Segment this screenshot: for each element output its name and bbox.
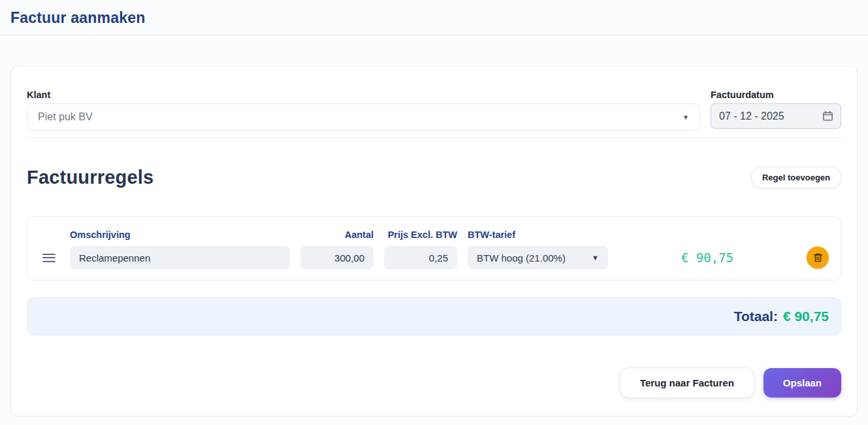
- invoice-date-field-group: Factuurdatum: [711, 90, 841, 129]
- trash-icon: [813, 252, 823, 263]
- page-title: Factuur aanmaken: [10, 9, 858, 27]
- header-divider: [0, 35, 868, 35]
- btw-rate-select[interactable]: BTW hoog (21.00%) ▼: [468, 246, 608, 269]
- drag-handle-icon[interactable]: [42, 254, 56, 262]
- invoice-date-input[interactable]: [719, 110, 804, 122]
- add-line-button[interactable]: Regel toevoegen: [751, 167, 841, 188]
- btw-rate-select-value: BTW hoog (21.00%): [477, 252, 566, 264]
- invoice-date-label: Factuurdatum: [711, 90, 841, 100]
- customer-select[interactable]: Piet puk BV ▼: [27, 103, 700, 131]
- invoice-form-card: Klant Piet puk BV ▼ Factuurdatum: [10, 65, 858, 416]
- line-columns-header: Omschrijving Aantal Prijs Excl. BTW BTW-…: [38, 230, 830, 240]
- customer-field-group: Klant Piet puk BV ▼: [27, 90, 700, 131]
- lines-header: Factuurregels Regel toevoegen: [27, 167, 841, 188]
- chevron-down-icon: ▼: [592, 254, 599, 262]
- description-input[interactable]: [70, 246, 290, 269]
- price-excl-btw-input[interactable]: [384, 246, 457, 269]
- total-value: € 90,75: [783, 309, 829, 324]
- lines-section-title: Factuurregels: [27, 167, 153, 188]
- column-header-omschrijving: Omschrijving: [70, 230, 290, 240]
- total-row: Totaal: € 90,75: [27, 298, 841, 335]
- invoice-date-input-wrap[interactable]: [711, 103, 841, 129]
- total-label: Totaal:: [734, 309, 778, 324]
- invoice-line-card: Omschrijving Aantal Prijs Excl. BTW BTW-…: [27, 216, 841, 280]
- column-header-btw: BTW-tarief: [468, 230, 608, 240]
- column-header-aantal: Aantal: [300, 230, 374, 240]
- section-divider: [27, 137, 841, 138]
- actions-row: Terug naar Facturen Opslaan: [27, 367, 841, 398]
- chevron-down-icon: ▼: [683, 114, 689, 121]
- line-amount: € 90,75: [619, 250, 796, 265]
- back-to-invoices-button[interactable]: Terug naar Facturen: [620, 367, 754, 398]
- calendar-icon[interactable]: [822, 110, 834, 122]
- customer-date-row: Klant Piet puk BV ▼ Factuurdatum: [27, 90, 841, 131]
- customer-select-value: Piet puk BV: [38, 111, 93, 123]
- delete-line-button[interactable]: [807, 246, 829, 269]
- table-row: BTW hoog (21.00%) ▼ € 90,75: [38, 246, 830, 269]
- quantity-input[interactable]: [300, 246, 374, 269]
- customer-label: Klant: [27, 90, 700, 100]
- column-header-prijs: Prijs Excl. BTW: [384, 230, 457, 240]
- save-button[interactable]: Opslaan: [764, 368, 841, 398]
- page-header: Factuur aanmaken: [0, 0, 868, 35]
